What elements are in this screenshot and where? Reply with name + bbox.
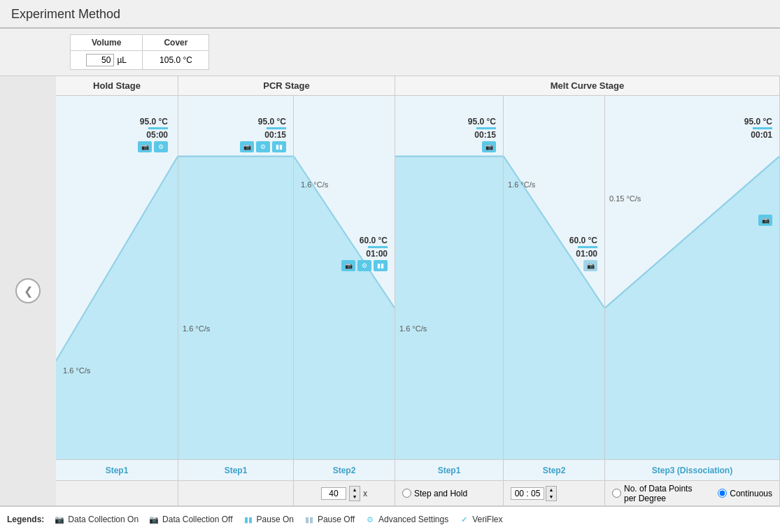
svg-marker-6 bbox=[395, 157, 503, 459]
step-hold-label: Step and Hold bbox=[414, 489, 467, 498]
melt-step3-name-row: Step3 (Dissociation) bbox=[605, 459, 779, 480]
melt-step3-info: 95.0 °C 00:01 bbox=[744, 117, 772, 140]
pcr-step2-info: 60.0 °C 01:00 📷 ⚙ ▮▮ bbox=[341, 236, 388, 271]
hold-step1-gear-btn[interactable]: ⚙ bbox=[154, 141, 168, 152]
pcr-repeat-down[interactable]: ▼ bbox=[350, 494, 360, 501]
melt-step3-time: 00:01 bbox=[744, 130, 772, 140]
legend-veriflex-text: VeriFlex bbox=[472, 515, 502, 524]
pcr-step2-camera-btn[interactable]: 📷 bbox=[341, 260, 355, 271]
pcr-step2-rate: 1.6 °C/s bbox=[301, 180, 328, 189]
legend-camera-on-icon: 📷 bbox=[54, 515, 65, 524]
pcr-repeat-up[interactable]: ▲ bbox=[350, 487, 360, 494]
pcr-step2-chart: 1.6 °C/s 60.0 °C 01:00 📷 ⚙ ▮▮ bbox=[294, 96, 395, 459]
melt-step3-svg bbox=[605, 96, 779, 459]
pcr-step1-camera-btn[interactable]: 📷 bbox=[240, 141, 254, 152]
melt-time-down[interactable]: ▼ bbox=[546, 494, 556, 501]
melt-step1-temp: 95.0 °C bbox=[468, 117, 496, 127]
legend-check-icon: ✓ bbox=[458, 515, 469, 524]
pcr-step1-chart: 95.0 °C 00:15 📷 ⚙ ▮▮ 1.6 °C/s bbox=[178, 96, 293, 459]
svg-marker-4 bbox=[294, 157, 395, 459]
hold-step1-name-row: Step1 bbox=[56, 459, 178, 480]
page-title: Experiment Method bbox=[11, 7, 769, 22]
melt-step1-time: 00:15 bbox=[468, 130, 496, 140]
pcr-step2-gear-btn[interactable]: ⚙ bbox=[357, 260, 371, 271]
data-points-radio-group: No. of Data Points per Degree bbox=[612, 484, 705, 503]
melt-time-up[interactable]: ▲ bbox=[546, 487, 556, 494]
pcr-stage-header: PCR Stage bbox=[178, 76, 395, 95]
volume-column-header: Volume bbox=[71, 35, 143, 51]
legend-pause-on: ▮▮ Pause On bbox=[243, 515, 294, 524]
pcr-step1-col: 95.0 °C 00:15 📷 ⚙ ▮▮ 1.6 °C/s bbox=[178, 96, 294, 505]
melt-time-input[interactable] bbox=[511, 487, 544, 500]
melt-step1-rate: 1.6 °C/s bbox=[399, 324, 427, 333]
left-nav-arrow[interactable]: ❮ bbox=[15, 278, 41, 303]
hold-step1-temp: 95.0 °C bbox=[138, 117, 168, 127]
melt-step2-name: Step2 bbox=[543, 466, 566, 475]
melt-step1-name: Step1 bbox=[438, 466, 461, 475]
cover-value: 105.0 °C bbox=[143, 51, 209, 70]
pcr-step1-gear-btn[interactable]: ⚙ bbox=[256, 141, 270, 152]
melt-step1-name-row: Step1 bbox=[395, 459, 503, 480]
volume-input[interactable] bbox=[86, 54, 114, 66]
pcr-repeat-input[interactable] bbox=[321, 487, 346, 500]
volume-cover-table: Volume Cover µL 105.0 °C bbox=[70, 34, 209, 70]
melt-step3-options: No. of Data Points per Degree Continuous bbox=[605, 480, 779, 505]
continuous-radio[interactable] bbox=[718, 489, 727, 498]
pcr-step1-info: 95.0 °C 00:15 📷 ⚙ ▮▮ bbox=[240, 117, 286, 152]
melt-step3-name: Step3 (Dissociation) bbox=[652, 466, 732, 475]
melt-step2-chart: 1.6 °C/s 60.0 °C 01:00 📷 bbox=[504, 96, 604, 459]
melt-step2-time: 01:00 bbox=[569, 249, 597, 259]
pcr-step2-time: 01:00 bbox=[341, 249, 388, 259]
melt-step1-col: 95.0 °C 00:15 📷 1.6 °C/s bbox=[395, 96, 504, 505]
melt-step2-svg bbox=[504, 96, 604, 459]
legend-advanced-settings: ⚙ Advanced Settings bbox=[364, 515, 448, 524]
melt-step2-name-row: Step2 bbox=[504, 459, 604, 480]
pcr-step1-name-row: Step1 bbox=[178, 459, 293, 480]
main-area: ❮ Hold Stage PCR Stage Melt Curve Stage bbox=[0, 76, 780, 505]
step-hold-radio[interactable] bbox=[402, 489, 411, 498]
svg-marker-8 bbox=[504, 157, 604, 459]
left-nav: ❮ bbox=[0, 76, 56, 505]
pcr-step2-pause-btn[interactable]: ▮▮ bbox=[374, 260, 388, 271]
hold-stage-header: Hold Stage bbox=[56, 76, 178, 95]
legend-camera-off-text: Data Collection Off bbox=[162, 515, 233, 524]
hold-step1-name: Step1 bbox=[106, 466, 129, 475]
melt-step3-camera-btn[interactable]: 📷 bbox=[758, 215, 772, 226]
hold-step1-camera-btn[interactable]: 📷 bbox=[138, 141, 152, 152]
melt-step2-col: 1.6 °C/s 60.0 °C 01:00 📷 bbox=[504, 96, 605, 505]
svg-marker-2 bbox=[178, 157, 293, 459]
melt-time-input-group: ▲ ▼ bbox=[511, 486, 557, 501]
pcr-step2-name: Step2 bbox=[333, 466, 356, 475]
melt-stage-header: Melt Curve Stage bbox=[395, 76, 780, 95]
continuous-radio-group: Continuous bbox=[718, 489, 772, 498]
pcr-step1-pause-btn[interactable]: ▮▮ bbox=[272, 141, 286, 152]
melt-step1-camera-btn[interactable]: 📷 bbox=[482, 141, 496, 152]
pcr-step2-col: 1.6 °C/s 60.0 °C 01:00 📷 ⚙ ▮▮ bbox=[294, 96, 395, 505]
data-points-label: No. of Data Points per Degree bbox=[624, 484, 705, 503]
hold-step1-time: 05:00 bbox=[138, 130, 168, 140]
pcr-repeat-suffix: x bbox=[363, 489, 367, 498]
legend-camera-off: 📷 Data Collection Off bbox=[148, 515, 233, 524]
melt-step2-temp: 60.0 °C bbox=[569, 236, 597, 245]
melt-step3-chart: 95.0 °C 00:01 0.15 °C/s 📷 bbox=[605, 96, 779, 459]
melt-step1-chart: 95.0 °C 00:15 📷 1.6 °C/s bbox=[395, 96, 503, 459]
legends-bar: Legends: 📷 Data Collection On 📷 Data Col… bbox=[0, 505, 780, 532]
cover-column-header: Cover bbox=[143, 35, 209, 51]
pcr-step2-repeat-row: ▲ ▼ x bbox=[294, 480, 395, 505]
stages-container: Hold Stage PCR Stage Melt Curve Stage bbox=[56, 76, 780, 505]
melt-step1-info: 95.0 °C 00:15 📷 bbox=[468, 117, 496, 152]
pcr-repeat-spinner[interactable]: ▲ ▼ bbox=[349, 486, 360, 501]
hold-bottom bbox=[56, 480, 178, 505]
step-hold-radio-group: Step and Hold bbox=[402, 489, 467, 498]
data-points-radio[interactable] bbox=[612, 489, 621, 498]
legend-pause-on-icon: ▮▮ bbox=[243, 515, 254, 524]
legend-pause-on-text: Pause On bbox=[257, 515, 294, 524]
pcr-step1-rate: 1.6 °C/s bbox=[183, 324, 210, 333]
pcr-step1-name: Step1 bbox=[225, 466, 248, 475]
melt-time-spinner[interactable]: ▲ ▼ bbox=[546, 486, 557, 501]
melt-step1-options: Step and Hold bbox=[395, 480, 503, 505]
melt-step2-camera-off-btn[interactable]: 📷 bbox=[583, 260, 597, 271]
volume-unit: µL bbox=[117, 55, 127, 65]
legend-pause-off-text: Pause Off bbox=[318, 515, 355, 524]
hold-step1-chart: 95.0 °C 05:00 📷 ⚙ 1.6 °C/s bbox=[56, 96, 178, 459]
